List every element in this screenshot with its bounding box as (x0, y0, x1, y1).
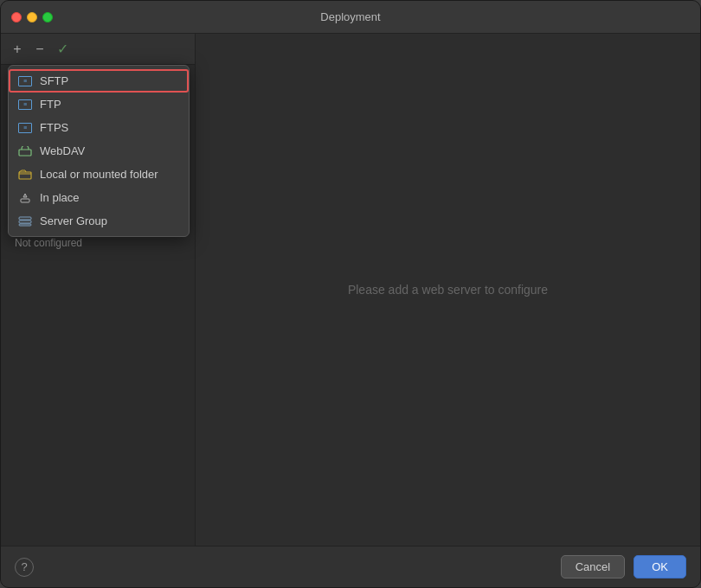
sftp-icon: ≡ (17, 75, 33, 87)
dropdown-label-in-place: In place (40, 191, 80, 204)
dropdown-label-ftps: FTPS (40, 121, 68, 134)
type-dropdown-menu: ≡ SFTP ≡ FTP ≡ FTPS (8, 65, 190, 237)
dropdown-item-webdav[interactable]: WebDAV (9, 139, 189, 163)
ftps-icon: ≡ (17, 122, 33, 134)
maximize-button[interactable] (42, 12, 53, 22)
footer: ? Cancel OK (1, 546, 700, 587)
add-button[interactable]: + (8, 40, 27, 59)
right-panel: Please add a web server to configure (196, 34, 700, 546)
main-area: + − ✓ ≡ SFTP ≡ FTP (1, 34, 700, 546)
dropdown-label-webdav: WebDAV (40, 144, 85, 157)
svg-rect-2 (21, 199, 29, 202)
minimize-button[interactable] (27, 12, 37, 22)
svg-rect-4 (19, 220, 31, 223)
footer-buttons: Cancel OK (561, 555, 686, 578)
cancel-button[interactable]: Cancel (561, 555, 625, 578)
dropdown-label-ftp: FTP (40, 98, 61, 111)
local-folder-icon (17, 169, 33, 181)
svg-rect-3 (19, 217, 31, 220)
main-window: Deployment + − ✓ ≡ SFTP (0, 0, 701, 588)
confirm-button[interactable]: ✓ (53, 40, 72, 59)
ok-button[interactable]: OK (633, 555, 686, 578)
remove-button[interactable]: − (30, 40, 49, 59)
dropdown-item-local-folder[interactable]: Local or mounted folder (9, 163, 189, 186)
window-title: Deployment (320, 10, 380, 23)
webdav-icon (17, 145, 33, 157)
title-bar: Deployment (1, 1, 700, 34)
svg-rect-0 (19, 150, 31, 156)
dropdown-label-sftp: SFTP (40, 74, 68, 87)
ftp-icon: ≡ (17, 99, 33, 111)
dropdown-item-in-place[interactable]: In place (9, 186, 189, 209)
in-place-icon (17, 192, 33, 204)
close-button[interactable] (11, 12, 22, 22)
svg-rect-1 (19, 172, 31, 179)
dropdown-item-sftp[interactable]: ≡ SFTP (9, 69, 189, 93)
traffic-lights (11, 12, 53, 22)
svg-rect-5 (19, 224, 31, 226)
dropdown-item-ftp[interactable]: ≡ FTP (9, 93, 189, 116)
help-button[interactable]: ? (15, 558, 34, 577)
dropdown-label-server-group: Server Group (40, 214, 107, 227)
dropdown-item-ftps[interactable]: ≡ FTPS (9, 116, 189, 139)
main-placeholder: Please add a web server to configure (348, 283, 548, 297)
server-group-icon (17, 215, 33, 227)
dropdown-label-local-folder: Local or mounted folder (40, 168, 158, 181)
panel-toolbar: + − ✓ (1, 34, 195, 65)
left-panel: + − ✓ ≡ SFTP ≡ FTP (1, 34, 196, 546)
server-list: Not configured (1, 225, 195, 546)
dropdown-item-server-group[interactable]: Server Group (9, 209, 189, 233)
